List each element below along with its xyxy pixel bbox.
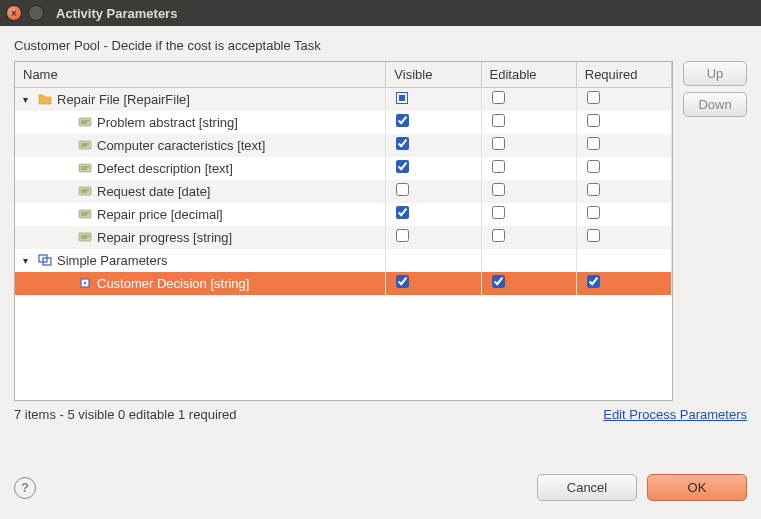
required-checkbox[interactable]: [587, 137, 600, 150]
table-row[interactable]: Computer caracteristics [text]: [15, 134, 672, 157]
svg-rect-9: [79, 187, 91, 195]
row-label: Problem abstract [string]: [97, 115, 238, 130]
column-header-editable[interactable]: Editable: [481, 62, 576, 88]
required-checkbox[interactable]: [587, 114, 600, 127]
table-row[interactable]: ▾Repair File [RepairFile]: [15, 88, 672, 111]
svg-rect-15: [79, 233, 91, 241]
cancel-button[interactable]: Cancel: [537, 474, 637, 501]
row-label: Repair File [RepairFile]: [57, 92, 190, 107]
visible-checkbox[interactable]: [396, 206, 409, 219]
field-icon: [77, 229, 93, 245]
required-checkbox[interactable]: [587, 160, 600, 173]
editable-checkbox[interactable]: [492, 160, 505, 173]
edit-process-parameters-link[interactable]: Edit Process Parameters: [603, 407, 747, 422]
table-row[interactable]: Customer Decision [string]: [15, 272, 672, 295]
svg-rect-21: [84, 282, 86, 284]
row-label: Customer Decision [string]: [97, 276, 249, 291]
svg-rect-3: [79, 141, 91, 149]
ok-button[interactable]: OK: [647, 474, 747, 501]
table-row[interactable]: Request date [date]: [15, 180, 672, 203]
field-icon: [77, 183, 93, 199]
visible-checkbox[interactable]: [396, 229, 409, 242]
parameters-table: Name Visible Editable Required ▾Repair F…: [14, 61, 673, 401]
row-label: Repair price [decimal]: [97, 207, 223, 222]
column-header-name[interactable]: Name: [15, 62, 386, 88]
expand-icon[interactable]: ▾: [23, 255, 33, 266]
row-label: Repair progress [string]: [97, 230, 232, 245]
table-row[interactable]: Repair progress [string]: [15, 226, 672, 249]
item-icon: [77, 275, 93, 291]
svg-rect-6: [79, 164, 91, 172]
visible-checkbox[interactable]: [396, 92, 408, 104]
visible-checkbox[interactable]: [396, 114, 409, 127]
editable-checkbox[interactable]: [492, 229, 505, 242]
field-icon: [77, 114, 93, 130]
page-subtitle: Customer Pool - Decide if the cost is ac…: [14, 38, 747, 53]
column-header-required[interactable]: Required: [576, 62, 671, 88]
visible-checkbox[interactable]: [396, 160, 409, 173]
row-label: Request date [date]: [97, 184, 210, 199]
editable-checkbox[interactable]: [492, 137, 505, 150]
svg-rect-12: [79, 210, 91, 218]
visible-checkbox[interactable]: [396, 137, 409, 150]
required-checkbox[interactable]: [587, 91, 600, 104]
editable-checkbox[interactable]: [492, 275, 505, 288]
row-label: Computer caracteristics [text]: [97, 138, 265, 153]
field-icon: [77, 160, 93, 176]
group-icon: [37, 252, 53, 268]
row-label: Simple Parameters: [57, 253, 168, 268]
visible-checkbox[interactable]: [396, 275, 409, 288]
table-row[interactable]: Repair price [decimal]: [15, 203, 672, 226]
up-button[interactable]: Up: [683, 61, 747, 86]
row-label: Defect description [text]: [97, 161, 233, 176]
table-row[interactable]: Problem abstract [string]: [15, 111, 672, 134]
table-row[interactable]: ▾Simple Parameters: [15, 249, 672, 272]
down-button[interactable]: Down: [683, 92, 747, 117]
field-icon: [77, 206, 93, 222]
required-checkbox[interactable]: [587, 275, 600, 288]
editable-checkbox[interactable]: [492, 183, 505, 196]
visible-checkbox[interactable]: [396, 183, 409, 196]
close-icon[interactable]: ×: [6, 5, 22, 21]
editable-checkbox[interactable]: [492, 114, 505, 127]
required-checkbox[interactable]: [587, 229, 600, 242]
titlebar: × Activity Parameters: [0, 0, 761, 26]
column-header-visible[interactable]: Visible: [386, 62, 481, 88]
required-checkbox[interactable]: [587, 206, 600, 219]
field-icon: [77, 137, 93, 153]
folder-icon: [37, 91, 53, 107]
help-icon[interactable]: ?: [14, 477, 36, 499]
editable-checkbox[interactable]: [492, 91, 505, 104]
summary-text: 7 items - 5 visible 0 editable 1 require…: [14, 407, 237, 422]
table-header-row: Name Visible Editable Required: [15, 62, 672, 88]
required-checkbox[interactable]: [587, 183, 600, 196]
minimize-icon[interactable]: [28, 5, 44, 21]
table-row[interactable]: Defect description [text]: [15, 157, 672, 180]
expand-icon[interactable]: ▾: [23, 94, 33, 105]
window-title: Activity Parameters: [56, 6, 177, 21]
editable-checkbox[interactable]: [492, 206, 505, 219]
svg-rect-0: [79, 118, 91, 126]
